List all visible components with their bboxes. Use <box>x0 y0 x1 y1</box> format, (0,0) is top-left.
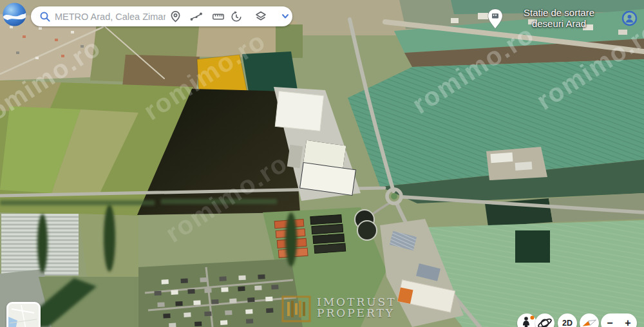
zoom-out-button[interactable]: − <box>607 319 612 327</box>
compass-icon <box>580 313 599 327</box>
search-bar[interactable]: METRO Arad, Calea Zimandului, Arad <box>31 6 292 26</box>
place-pin-icon[interactable] <box>487 8 504 30</box>
orbit-icon <box>535 313 554 327</box>
compass-button[interactable] <box>580 313 599 327</box>
location-pin-icon[interactable] <box>169 10 182 23</box>
pegman-icon <box>517 313 536 327</box>
layers-icon[interactable] <box>254 10 267 23</box>
route-icon[interactable] <box>189 10 204 23</box>
google-earth-view: romimo.ro romimo.ro romimo.ro romimo.ro … <box>0 0 644 327</box>
zoom-control: − + <box>601 313 637 327</box>
2d-view-label: 2D <box>562 319 573 327</box>
terrain-residential <box>138 259 303 327</box>
orbit-button[interactable] <box>535 313 554 327</box>
pegman-button[interactable] <box>517 313 536 327</box>
search-icon[interactable] <box>39 11 51 23</box>
map-canvas[interactable] <box>0 0 644 327</box>
overview-minimap[interactable] <box>6 302 41 327</box>
chevron-down-icon[interactable] <box>279 12 291 22</box>
search-input[interactable]: METRO Arad, Calea Zimandului, Arad <box>55 12 166 22</box>
google-earth-logo[interactable] <box>2 2 27 27</box>
zoom-in-button[interactable]: + <box>625 319 630 327</box>
minimap-content <box>8 304 39 327</box>
watermark-logo <box>621 10 638 26</box>
historical-imagery-icon[interactable] <box>230 10 243 23</box>
place-label: Statie de sortare deseuri Arad <box>505 7 613 29</box>
ruler-icon[interactable] <box>212 10 225 23</box>
